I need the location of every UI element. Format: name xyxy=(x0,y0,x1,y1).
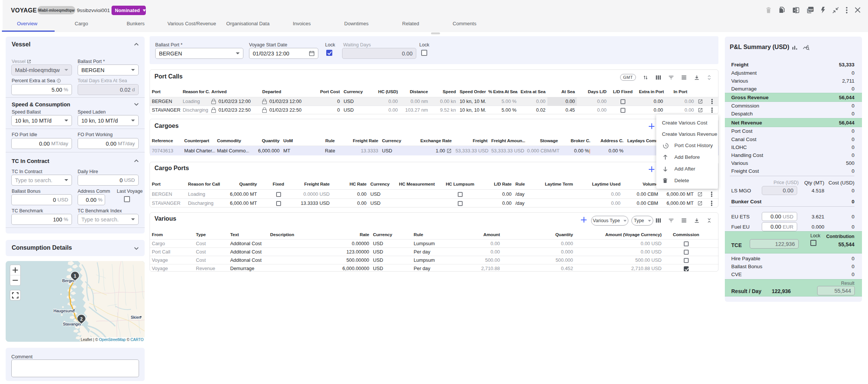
svg-text:Haugesund: Haugesund xyxy=(53,309,74,313)
svg-text:Stavanger: Stavanger xyxy=(63,322,81,326)
svg-text:PDF: PDF xyxy=(809,9,813,11)
svg-text:2: 2 xyxy=(80,316,83,322)
svg-text:1: 1 xyxy=(74,273,76,279)
svg-text:Leaflet | © OpenStreetMap © CA: Leaflet | © OpenStreetMap © CARTO xyxy=(81,338,144,342)
svg-text:Skien: Skien xyxy=(131,315,141,319)
